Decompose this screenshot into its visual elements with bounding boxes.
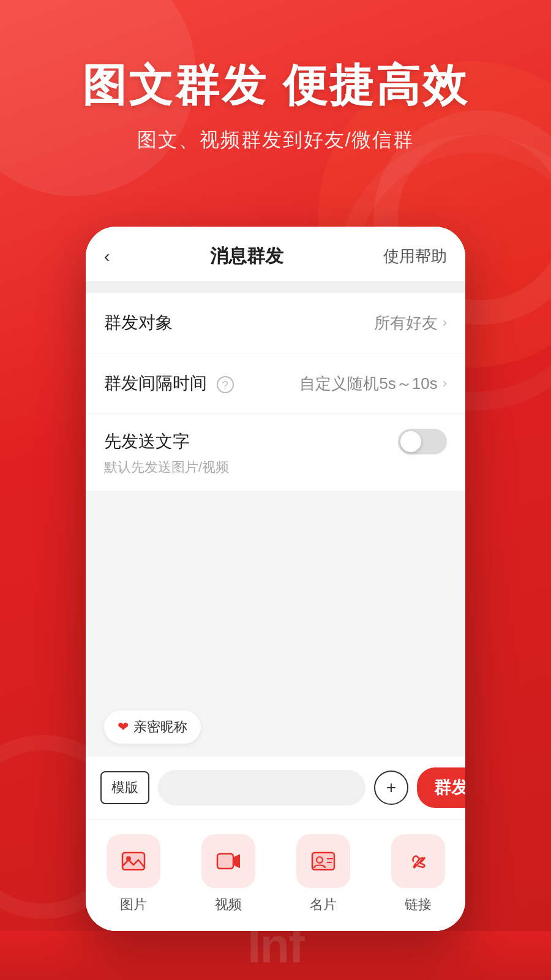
video-label: 视频	[215, 895, 242, 914]
nickname-tag[interactable]: ❤ 亲密昵称	[104, 710, 201, 744]
setting-target-label: 群发对象	[104, 311, 173, 334]
link-icon	[405, 848, 432, 875]
chevron-right-icon-2: ›	[443, 375, 447, 391]
setting-target-text: 所有好友	[374, 312, 438, 334]
page-title: 消息群发	[210, 244, 283, 269]
sub-title: 图文、视频群发到好友/微信群	[0, 127, 551, 154]
contact-label: 名片	[310, 895, 337, 914]
back-button[interactable]: ‹	[104, 247, 110, 266]
phone-mockup: ‹ 消息群发 使用帮助 群发对象 所有好友 › 群发间隔时间 ?	[86, 227, 465, 931]
setting-interval-text: 自定义随机5s～10s	[299, 373, 437, 394]
svg-rect-3	[217, 854, 233, 869]
chevron-right-icon: ›	[443, 315, 447, 331]
send-button[interactable]: 群发	[417, 767, 465, 808]
content-area: ❤ 亲密昵称	[86, 492, 465, 756]
bottom-toolbar: 模版 + 群发	[86, 756, 465, 819]
image-icon	[120, 848, 147, 875]
settings-section: 群发对象 所有好友 › 群发间隔时间 ? 自定义随机5s～10s ›	[86, 293, 465, 492]
main-title: 图文群发 便捷高效	[0, 61, 551, 110]
phone-inner: ‹ 消息群发 使用帮助 群发对象 所有好友 › 群发间隔时间 ?	[86, 227, 465, 931]
image-label: 图片	[120, 895, 147, 914]
top-bar: ‹ 消息群发 使用帮助	[86, 227, 465, 282]
video-icon	[215, 848, 242, 875]
setting-target[interactable]: 群发对象 所有好友 ›	[86, 293, 465, 353]
toggle-sublabel: 默认先发送图片/视频	[104, 458, 447, 477]
svg-rect-0	[122, 853, 144, 870]
link-label: 链接	[405, 895, 432, 914]
message-input[interactable]	[158, 770, 365, 805]
setting-send-text-first: 先发送文字 默认先发送图片/视频	[86, 414, 465, 492]
bottom-strip: Inf	[0, 931, 551, 980]
toggle-switch[interactable]	[398, 429, 447, 454]
template-button[interactable]: 模版	[100, 771, 149, 804]
header-section: 图文群发 便捷高效 图文、视频群发到好友/微信群	[0, 61, 551, 154]
icon-link[interactable]: 链接	[391, 834, 445, 914]
nickname-text: 亲密昵称	[133, 718, 187, 736]
contact-icon-circle	[296, 834, 350, 888]
image-icon-circle	[107, 834, 160, 888]
icon-image[interactable]: 图片	[107, 834, 160, 914]
setting-interval[interactable]: 群发间隔时间 ? 自定义随机5s～10s ›	[86, 353, 465, 414]
help-icon: ?	[217, 376, 234, 393]
icon-contact[interactable]: 名片	[296, 834, 350, 914]
add-button[interactable]: +	[374, 771, 408, 805]
toggle-row: 先发送文字	[104, 429, 447, 454]
icon-video[interactable]: 视频	[201, 834, 255, 914]
svg-rect-5	[312, 853, 334, 870]
setting-interval-label: 群发间隔时间 ?	[104, 372, 234, 395]
setting-interval-value: 自定义随机5s～10s ›	[299, 373, 447, 394]
contact-icon	[310, 848, 337, 875]
heart-icon: ❤	[118, 719, 129, 735]
help-button[interactable]: 使用帮助	[383, 246, 447, 267]
link-icon-circle	[391, 834, 445, 888]
video-icon-circle	[201, 834, 255, 888]
icons-row: 图片 视频	[86, 819, 465, 931]
setting-target-value: 所有好友 ›	[374, 312, 447, 334]
toggle-label: 先发送文字	[104, 430, 190, 453]
